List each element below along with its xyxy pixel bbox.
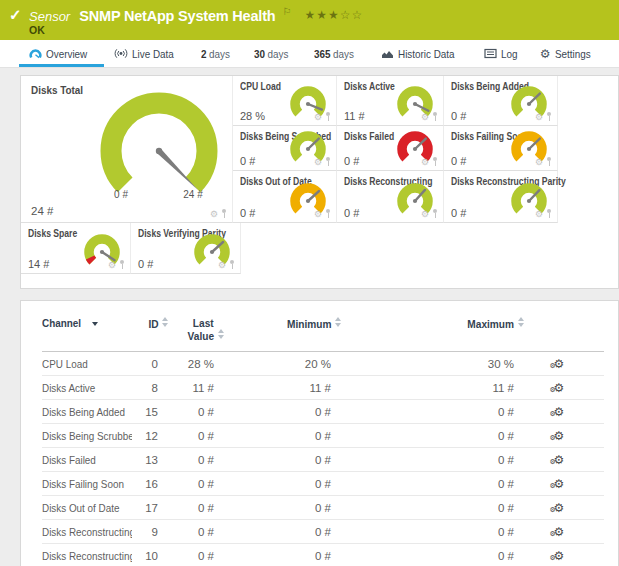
channel-maximum-cell: 30 % [331, 352, 514, 376]
pin-icon[interactable] [432, 209, 438, 219]
pin-icon[interactable] [546, 112, 552, 122]
channel-minimum-cell: 11 # [214, 376, 331, 400]
tab-bar: OverviewLive Data2days30days365daysHisto… [0, 40, 619, 68]
channel-name-cell[interactable]: Disks Reconstructing [42, 520, 132, 544]
pin-icon[interactable] [546, 157, 552, 167]
table-row-disks-being-scrubbed: Disks Being Scrubbed 12 0 # 0 # 0 # ⚙⚙ [42, 424, 604, 448]
channel-last-value-cell: 0 # [158, 520, 214, 544]
channel-name-cell[interactable]: Disks Active [42, 376, 132, 400]
tab-overview[interactable]: Overview [19, 40, 104, 67]
gauge-scale-min: 0 # [106, 189, 136, 200]
channel-settings-icon[interactable]: ⚙⚙ [554, 407, 565, 417]
column-header-channel[interactable]: Channel [42, 314, 132, 352]
gear-icon[interactable]: ⚙ [421, 158, 429, 167]
broadcast-icon [114, 48, 128, 59]
gear-icon[interactable]: ⚙ [210, 210, 218, 219]
check-icon: ✓ [9, 6, 22, 24]
gear-icon: ⚙ [540, 48, 551, 60]
gear-icon[interactable]: ⚙ [314, 210, 322, 219]
channel-id-cell: 13 [132, 448, 158, 472]
gauge-value: 0 # [240, 207, 255, 219]
channel-settings-icon[interactable]: ⚙⚙ [554, 431, 565, 441]
sort-caret-icon [92, 322, 98, 326]
gauge-cell-disks-reconstructing-parity: Disks Reconstructing Parity 0 # ⚙ [444, 171, 558, 223]
pin-icon[interactable] [325, 209, 331, 219]
channel-name-cell[interactable]: Disks Failing Soon [42, 472, 132, 496]
gear-icon[interactable]: ⚙ [535, 210, 543, 219]
gear-icon[interactable]: ⚙ [314, 158, 322, 167]
column-header-minimum[interactable]: Minimum [214, 314, 331, 352]
channel-name-cell[interactable]: Disks Failed [42, 448, 132, 472]
tab-historic-data[interactable]: Historic Data [371, 40, 474, 67]
channel-id-cell: 0 [132, 352, 158, 376]
channel-settings-icon[interactable]: ⚙⚙ [554, 479, 565, 489]
pin-icon[interactable] [432, 112, 438, 122]
tab-label: Live Data [132, 48, 174, 60]
channel-id-cell: 12 [132, 424, 158, 448]
column-header-maximum[interactable]: Maximum [331, 314, 514, 352]
channel-settings-icon[interactable]: ⚙⚙ [554, 383, 565, 393]
tab-log[interactable]: Log [474, 40, 530, 67]
channel-minimum-cell: 0 # [214, 496, 331, 520]
pin-icon[interactable] [229, 260, 235, 270]
table-row-disks-failing-soon: Disks Failing Soon 16 0 # 0 # 0 # ⚙⚙ [42, 472, 604, 496]
table-row-disks-being-added: Disks Being Added 15 0 # 0 # 0 # ⚙⚙ [42, 400, 604, 424]
channel-name-cell[interactable]: Disks Out of Date [42, 496, 132, 520]
pin-icon[interactable] [325, 157, 331, 167]
pin-icon[interactable] [325, 112, 331, 122]
tab-settings[interactable]: ⚙Settings [530, 40, 606, 67]
pin-icon[interactable] [546, 209, 552, 219]
tab-30-days[interactable]: 30days [244, 40, 304, 67]
gauge-scale-max: 24 # [175, 189, 211, 200]
channel-maximum-cell: 11 # [331, 376, 514, 400]
tab-label: 2days [201, 48, 230, 60]
table-header-row: Channel ID Last Value Minimum Maximum [42, 314, 604, 352]
tab-live-data[interactable]: Live Data [104, 40, 191, 67]
gear-icon[interactable]: ⚙ [535, 158, 543, 167]
pin-icon[interactable] [119, 260, 125, 270]
channel-id-cell: 17 [132, 496, 158, 520]
channel-name-cell[interactable]: Disks Being Added [42, 400, 132, 424]
channel-last-value-cell: 0 # [158, 448, 214, 472]
gauges-panel: Disks Total 0 # 24 # 24 # ⚙ CPU Load 28 … [20, 75, 619, 289]
gauge-cell-disks-being-added: Disks Being Added 0 # ⚙ [444, 76, 558, 126]
channel-last-value-cell: 11 # [158, 376, 214, 400]
tab-365-days[interactable]: 365days [304, 40, 370, 67]
channel-maximum-cell: 0 # [331, 400, 514, 424]
channel-settings-icon[interactable]: ⚙⚙ [554, 455, 565, 465]
gauge-value: 0 # [240, 155, 255, 167]
gear-icon[interactable]: ⚙ [421, 210, 429, 219]
channel-name-cell[interactable]: Disks Being Scrubbed [42, 424, 132, 448]
gear-icon[interactable]: ⚙ [314, 113, 322, 122]
channel-maximum-cell: 0 # [331, 496, 514, 520]
sort-arrows-icon [218, 329, 224, 339]
channel-name-cell[interactable]: Disks Reconstructing P... [42, 544, 132, 566]
pin-icon[interactable] [432, 157, 438, 167]
channel-settings-icon[interactable]: ⚙⚙ [554, 503, 565, 513]
channel-settings-icon[interactable]: ⚙⚙ [554, 551, 565, 561]
gauge-value: 11 # [344, 110, 365, 122]
channel-settings-icon[interactable]: ⚙⚙ [554, 527, 565, 537]
flag-icon[interactable]: ⚐ [283, 6, 292, 17]
gear-icon[interactable]: ⚙ [218, 261, 226, 270]
gauge-label: Disks Total [31, 84, 83, 96]
sort-arrows-icon [162, 317, 168, 327]
tab-2-days[interactable]: 2days [191, 40, 245, 67]
tab-label: Historic Data [398, 48, 455, 60]
channel-minimum-cell: 0 # [214, 448, 331, 472]
channel-name-cell[interactable]: CPU Load [42, 352, 132, 376]
gauge-value: 0 # [138, 258, 153, 270]
column-header-id[interactable]: ID [132, 314, 158, 352]
pin-icon[interactable] [221, 209, 227, 219]
priority-stars[interactable]: ★★★☆☆ [305, 8, 364, 22]
gauge-cell-actions: ⚙ [314, 157, 331, 167]
sensor-status-text: OK [29, 24, 45, 36]
gear-icon[interactable]: ⚙ [535, 113, 543, 122]
channel-last-value-cell: 0 # [158, 472, 214, 496]
channel-settings-icon[interactable]: ⚙⚙ [554, 359, 565, 369]
gear-icon[interactable]: ⚙ [421, 113, 429, 122]
gauge-value: 28 % [240, 110, 265, 122]
channel-last-value-cell: 0 # [158, 544, 214, 566]
gear-icon[interactable]: ⚙ [108, 261, 116, 270]
gauge-label: Disks Active [344, 81, 395, 92]
